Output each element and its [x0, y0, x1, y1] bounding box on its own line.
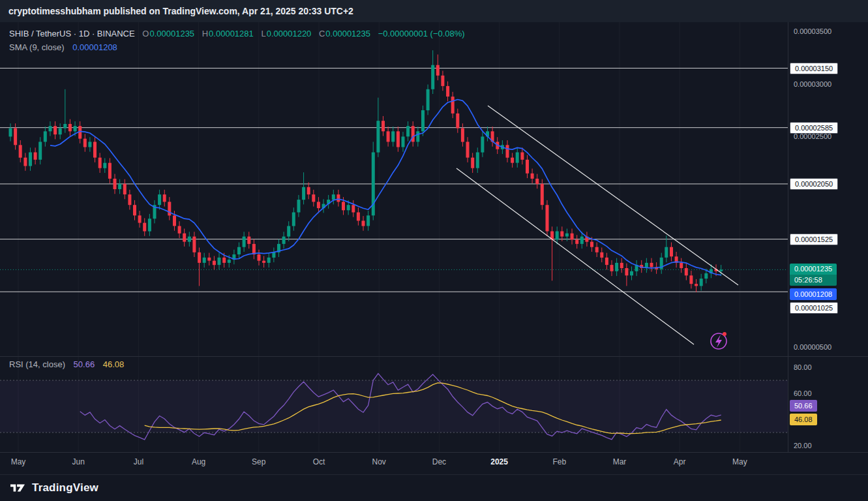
- time-tick-label: Mar: [613, 457, 627, 466]
- sma-price-badge: 0.00001208: [790, 288, 837, 300]
- pane-divider[interactable]: [0, 356, 868, 357]
- time-axis[interactable]: MayJunJulAugSepOctNovDec2025FebMarAprMay: [0, 452, 868, 474]
- ohlc-high-label: H: [202, 29, 208, 38]
- time-tick-label: Feb: [552, 457, 566, 466]
- time-tick-label: Aug: [192, 457, 205, 466]
- time-tick-label: Jul: [134, 457, 143, 466]
- ohlc-close-value: 0.00001235: [325, 29, 370, 38]
- price-level-box: 0.00001525: [790, 234, 838, 245]
- current-price-badge: 0.0000123505:26:58: [790, 264, 837, 286]
- tradingview-logo-icon: [9, 481, 26, 495]
- rsi-value-badge: 50.66: [790, 400, 817, 412]
- rsi-tick-label: 20.00: [794, 440, 812, 451]
- rsi-pane[interactable]: [0, 356, 788, 452]
- price-level-box: 0.00002585: [790, 122, 838, 134]
- price-scale[interactable]: 0.000035000.000030000.000025000.00000500…: [788, 22, 868, 452]
- sma-legend[interactable]: SMA (9, close) 0.00001208: [9, 42, 117, 52]
- time-tick-label: May: [732, 457, 747, 466]
- publish-banner: cryptotimesshubham published on TradingV…: [0, 0, 868, 22]
- rsi-legend[interactable]: RSI (14, close) 50.66 46.08: [9, 359, 124, 369]
- ohlc-close-label: C: [319, 29, 325, 38]
- sma-label: SMA (9, close): [9, 42, 65, 52]
- time-tick-label: Apr: [674, 457, 686, 466]
- time-tick-label: Jun: [72, 457, 85, 466]
- ohlc-low-value: 0.00001220: [267, 29, 312, 38]
- rsi-ma-value: 46.08: [103, 359, 125, 369]
- time-axis-divider: [0, 452, 868, 453]
- price-chart-pane[interactable]: [0, 22, 788, 356]
- rsi-tick-label: 60.00: [794, 388, 812, 399]
- time-tick-label: 2025: [490, 457, 508, 466]
- price-tick-label: 0.00003000: [794, 79, 831, 89]
- rsi-value: 50.66: [74, 359, 95, 369]
- time-tick-label: Nov: [372, 457, 386, 466]
- sma-value: 0.00001208: [72, 42, 117, 52]
- rsi-tick-label: 80.00: [794, 362, 812, 372]
- tradingview-brand-text: TradingView: [32, 481, 98, 494]
- time-tick-label: Sep: [252, 457, 265, 466]
- ohlc-high-value: 0.00001281: [209, 29, 254, 38]
- ohlc-change-value: −0.00000001 (−0.08%): [378, 29, 465, 38]
- price-tick-label: 0.00000500: [794, 342, 831, 352]
- tradingview-published-chart: cryptotimesshubham published on TradingV…: [0, 0, 868, 501]
- bar-countdown: 05:26:58: [790, 275, 837, 286]
- ohlc-open-label: O: [142, 29, 149, 38]
- sma-line: [50, 100, 721, 275]
- ohlc-low-label: L: [261, 29, 265, 38]
- tradingview-link[interactable]: TradingView: [9, 481, 98, 495]
- symbol-legend[interactable]: SHIB / TetherUS · 1D · BINANCE O0.000012…: [9, 29, 465, 38]
- time-tick-label: Dec: [432, 457, 446, 466]
- publish-banner-text: cryptotimesshubham published on TradingV…: [8, 6, 353, 16]
- rsi-label: RSI (14, close): [9, 359, 65, 369]
- price-tick-label: 0.00003500: [794, 26, 831, 37]
- price-level-box: 0.00002050: [790, 178, 838, 190]
- time-tick-label: Oct: [313, 457, 325, 466]
- price-level-box: 0.00001025: [790, 302, 838, 314]
- ohlc-open-value: 0.00001235: [149, 29, 194, 38]
- trendline: [488, 106, 738, 285]
- trendline: [456, 168, 694, 344]
- rsi-ma-value-badge: 46.08: [790, 414, 817, 425]
- symbol-title: SHIB / TetherUS · 1D · BINANCE: [9, 29, 135, 38]
- price-level-box: 0.00003150: [790, 63, 838, 74]
- time-tick-label: May: [11, 457, 26, 466]
- footer-bar: TradingView: [0, 474, 868, 501]
